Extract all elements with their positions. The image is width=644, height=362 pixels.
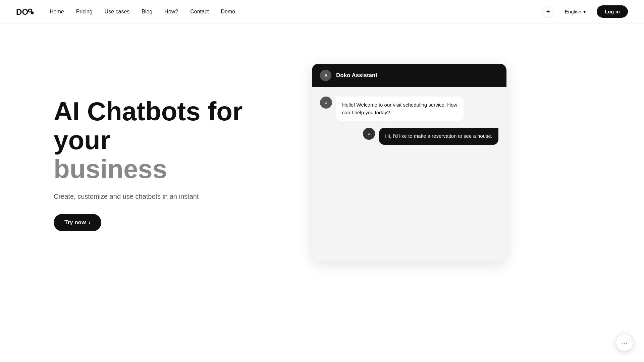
nav-links: Home Pricing Use cases Blog How? Contact…	[50, 9, 235, 15]
main-content: AI Chatbots for your business Create, cu…	[0, 23, 644, 362]
login-button[interactable]: Log in	[597, 5, 628, 18]
bot-bubble-1: Hello! Welcome to our visit scheduling s…	[336, 97, 464, 121]
nav-item-use-cases[interactable]: Use cases	[105, 9, 130, 15]
hero-section: AI Chatbots for your business Create, cu…	[54, 57, 272, 231]
try-now-label: Try now	[64, 219, 86, 226]
nav-item-home[interactable]: Home	[50, 9, 64, 15]
bot-avatar-icon: ≡	[324, 73, 327, 78]
nav-item-pricing[interactable]: Pricing	[76, 9, 93, 15]
nav-item-contact[interactable]: Contact	[190, 9, 209, 15]
bot-avatar: ≡	[320, 97, 332, 109]
chat-message-user-1: Hi, I'd like to make a reservation to se…	[320, 128, 498, 145]
nav-item-how[interactable]: How?	[164, 9, 178, 15]
nav-left: DO Home Pricing Use cases Blog How?	[16, 6, 235, 18]
chat-body: ≡ Hello! Welcome to our visit scheduling…	[312, 87, 506, 261]
hero-title-line2: business	[54, 154, 167, 184]
arrow-right-icon: ›	[89, 219, 91, 226]
user-avatar: ≡	[363, 128, 375, 140]
theme-toggle-button[interactable]: ☀	[542, 6, 554, 18]
svg-point-2	[29, 9, 31, 11]
chevron-down-icon: ▾	[583, 9, 586, 15]
try-now-button[interactable]: Try now ›	[54, 214, 101, 231]
language-selector[interactable]: English ▾	[561, 7, 590, 17]
chat-message-bot-1: ≡ Hello! Welcome to our visit scheduling…	[320, 97, 498, 121]
sun-icon: ☀	[546, 8, 550, 15]
bot-icon: ≡	[325, 100, 327, 105]
chat-header-avatar: ≡	[320, 70, 331, 81]
chat-header: ≡ Doko Assistant	[312, 64, 506, 87]
chat-header-title: Doko Assistant	[336, 72, 377, 79]
language-label: English	[565, 9, 581, 14]
chat-widget: ≡ Doko Assistant ≡ Hello! Welcome to our…	[312, 64, 506, 261]
user-bubble-1: Hi, I'd like to make a reservation to se…	[379, 128, 498, 145]
logo[interactable]: DO	[16, 6, 34, 18]
nav-right: ☀ English ▾ Log in	[542, 5, 628, 18]
svg-text:DO: DO	[16, 7, 28, 16]
hero-title: AI Chatbots for your business	[54, 97, 272, 183]
nav-item-blog[interactable]: Blog	[142, 9, 152, 15]
floating-chat-button[interactable]: ···	[616, 334, 633, 351]
user-icon: ≡	[368, 131, 371, 136]
chat-section: ≡ Doko Assistant ≡ Hello! Welcome to our…	[299, 57, 506, 261]
nav-item-demo[interactable]: Demo	[221, 9, 235, 15]
hero-subtitle: Create, customize and use chatbots in an…	[54, 193, 272, 200]
hero-title-line1: AI Chatbots for your	[54, 97, 243, 155]
dots-icon: ···	[621, 339, 628, 347]
navbar: DO Home Pricing Use cases Blog How?	[0, 0, 644, 23]
